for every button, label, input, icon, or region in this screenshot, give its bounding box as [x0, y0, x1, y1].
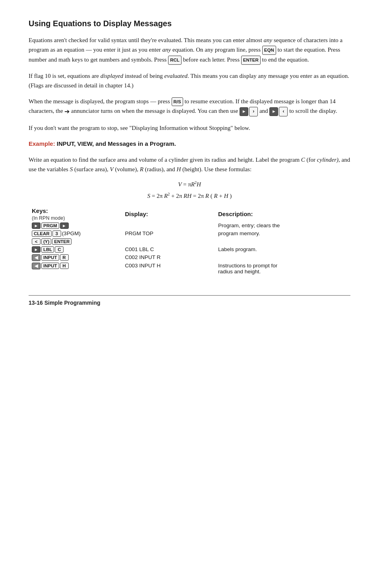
table-row: ◀ INPUT R C002 INPUT R	[29, 253, 350, 262]
key-y: (Y)	[41, 238, 51, 245]
key-shift-scroll1: ►	[240, 107, 248, 116]
key-r: R	[60, 254, 69, 261]
footer-text: 13-16 Simple Programming	[29, 300, 101, 306]
footer: 13-16 Simple Programming	[29, 295, 350, 306]
example-label: Example:	[29, 140, 55, 147]
key-shift-input-r: ◀	[32, 254, 41, 261]
row-display: C002 INPUT R	[122, 253, 215, 262]
col-header-description: Description:	[215, 206, 350, 222]
key-right-arrow: ›	[249, 107, 258, 116]
key-3pgm-label: (3PGM)	[62, 230, 81, 236]
key-left-arrow: ‹	[279, 107, 288, 116]
key-input-2: INPUT	[41, 263, 59, 269]
key-shift-3: ►	[32, 246, 41, 253]
row-keys: ► PRGM ►	[29, 222, 122, 230]
keys-table: Keys: (In RPN mode) Display: Description…	[29, 206, 350, 275]
key-shift-1: ►	[32, 222, 41, 229]
key-enter: ENTER	[241, 56, 261, 64]
key-rcl: RCL	[168, 56, 182, 64]
row-keys: ◀ INPUT H	[29, 262, 122, 275]
paragraph-3: When the message is displayed, the progr…	[29, 97, 350, 117]
table-row: ► LBL C C001 LBL C Labels program.	[29, 246, 350, 253]
row-desc	[215, 238, 350, 246]
example-heading: Example: INPUT, VIEW, and Messages in a …	[29, 139, 350, 149]
row-desc: Program, entry; clears the	[215, 222, 350, 230]
col-header-keys-sub: (In RPN mode)	[32, 215, 65, 221]
key-clear: CLEAR	[32, 230, 52, 237]
row-display	[122, 238, 215, 246]
paragraph-1: Equations aren't checked for valid synta…	[29, 35, 350, 65]
key-eqn: EQN	[262, 46, 276, 54]
row-desc: Labels program.	[215, 246, 350, 253]
key-shift-2: ►	[60, 222, 69, 229]
key-rs: R/S	[172, 97, 183, 106]
col-header-display: Display:	[122, 206, 215, 222]
key-input: INPUT	[41, 254, 59, 261]
paragraph-5: Write an equation to find the surface ar…	[29, 155, 350, 174]
table-row: < (Y) ENTER	[29, 238, 350, 246]
table-row: CLEAR 3 (3PGM) PRGM TOP program memory.	[29, 230, 350, 238]
arrow-right-icon: ➔	[64, 108, 70, 115]
page-title: Using Equations to Display Messages	[29, 19, 350, 28]
row-keys: ◀ INPUT R	[29, 253, 122, 262]
row-desc	[215, 253, 350, 262]
table-row: ◀ INPUT H C003 INPUT H Instructions to p…	[29, 262, 350, 275]
keys-scroll-left: ► ‹	[269, 107, 288, 116]
row-keys: < (Y) ENTER	[29, 238, 122, 246]
row-display: PRGM TOP	[122, 230, 215, 238]
row-keys: CLEAR 3 (3PGM)	[29, 230, 122, 238]
formula-s: S = 2π R2 + 2π RH = 2π R ( R + H )	[29, 192, 350, 199]
table-row: ► PRGM ► Program, entry; clears the	[29, 222, 350, 230]
row-display: C001 LBL C	[122, 246, 215, 253]
key-3: 3	[52, 230, 61, 237]
key-enter-2: ENTER	[52, 238, 72, 245]
key-c: C	[55, 246, 64, 253]
row-desc: program memory.	[215, 230, 350, 238]
col-header-keys: Keys: (In RPN mode)	[29, 206, 122, 222]
key-h: H	[60, 263, 69, 269]
formula-v: V = πR2H	[29, 180, 350, 188]
row-keys: ► LBL C	[29, 246, 122, 253]
key-lt: <	[32, 238, 41, 245]
key-shift-scroll2: ►	[269, 107, 278, 116]
paragraph-4: If you don't want the program to stop, s…	[29, 123, 350, 133]
key-shift-input-h: ◀	[32, 263, 41, 269]
key-lbl: LBL	[41, 246, 54, 253]
key-prgm: PRGM	[41, 222, 59, 229]
paragraph-2: If flag 10 is set, equations are display…	[29, 71, 350, 90]
row-display: C003 INPUT H	[122, 262, 215, 275]
keys-scroll-right: ► ›	[240, 107, 258, 116]
row-display	[122, 222, 215, 230]
row-desc: Instructions to prompt forradius and hei…	[215, 262, 350, 275]
